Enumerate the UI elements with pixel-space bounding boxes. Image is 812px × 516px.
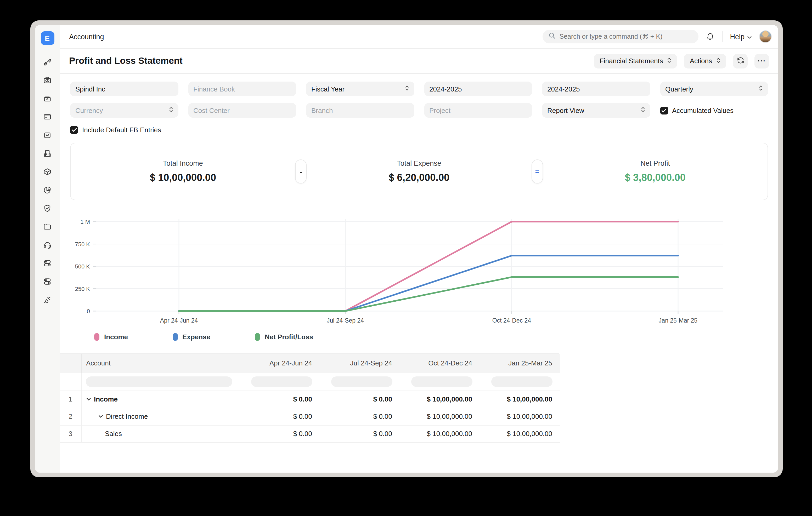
cost-center-input[interactable]	[193, 107, 291, 114]
shopping-bag-icon[interactable]	[43, 131, 52, 140]
report-group-label: Financial Statements	[600, 57, 663, 65]
project-field[interactable]	[424, 103, 532, 118]
svg-text:0: 0	[87, 308, 90, 314]
sidebar-icon-list	[43, 58, 52, 304]
account-filter-input[interactable]	[86, 376, 232, 387]
table-row-income[interactable]: 1 Income	[60, 391, 560, 408]
user-avatar[interactable]	[759, 30, 772, 43]
cash-drawer-icon[interactable]	[43, 94, 52, 103]
pl-chart-svg: 0250 K500 K750 K1 MApr 24-Jun 24Jul 24-S…	[70, 214, 768, 327]
search-field[interactable]	[559, 33, 693, 40]
topbar-divider	[722, 31, 723, 42]
total-expense-label: Total Expense	[397, 159, 441, 167]
currency-select[interactable]: Currency	[70, 103, 178, 118]
page-title: Profit and Loss Statement	[69, 55, 182, 66]
ellipsis-icon: ···	[758, 57, 766, 65]
svg-text:250 K: 250 K	[75, 286, 90, 292]
table-row-sales[interactable]: 3 Sales $ 0.00 $ 0.00 $ 10,00,000.00	[60, 425, 560, 442]
workspace-label: Accounting	[69, 33, 104, 40]
periodicity-value: Quarterly	[665, 85, 693, 93]
net-profit-value: $ 3,80,000.00	[625, 172, 686, 183]
total-expense-value: $ 6,20,000.00	[389, 172, 450, 183]
fiscal-year-value: Fiscal Year	[311, 85, 345, 93]
total-income-label: Total Income	[163, 159, 203, 167]
include-default-fb-label: Include Default FB Entries	[82, 126, 161, 134]
pie-chart-icon[interactable]	[43, 186, 52, 194]
notifications-bell-icon[interactable]	[706, 32, 715, 41]
more-menu-button[interactable]: ···	[754, 54, 769, 68]
from-fiscal-year-field[interactable]	[424, 82, 532, 96]
help-menu[interactable]: Help	[730, 33, 752, 40]
folder-icon[interactable]	[43, 222, 52, 231]
toggles-icon[interactable]	[43, 277, 52, 286]
total-income-stat: Total Income $ 10,00,000.00	[70, 159, 295, 183]
row-number-header	[60, 354, 81, 373]
app-logo-icon[interactable]: E	[40, 31, 54, 45]
q1-filter-input[interactable]	[251, 376, 312, 387]
package-icon[interactable]	[43, 167, 52, 176]
accumulated-values-option: Accumulated Values	[660, 103, 768, 118]
actions-dropdown[interactable]: Actions	[684, 54, 726, 68]
shield-check-icon[interactable]	[43, 204, 52, 213]
include-default-fb-option: Include Default FB Entries	[60, 118, 778, 134]
search-input[interactable]	[543, 30, 698, 43]
table-filter-row	[60, 373, 560, 391]
refresh-icon	[736, 56, 744, 66]
toggles-icon[interactable]	[43, 259, 52, 268]
finance-book-input[interactable]	[193, 85, 291, 93]
to-fiscal-year-input[interactable]	[547, 85, 645, 93]
svg-text:Jul 24-Sep 24: Jul 24-Sep 24	[327, 317, 364, 324]
svg-text:750 K: 750 K	[75, 241, 90, 247]
q3-header: Oct 24-Dec 24	[400, 354, 480, 373]
company-input[interactable]	[75, 85, 173, 93]
page-header: Profit and Loss Statement Financial Stat…	[60, 49, 778, 74]
legend-net-profit: Net Profit/Loss	[255, 333, 313, 341]
company-field[interactable]	[70, 82, 178, 96]
screen: E	[0, 0, 812, 516]
report-view-value: Report View	[547, 107, 584, 114]
from-fiscal-year-input[interactable]	[429, 85, 527, 93]
svg-text:Oct 24-Dec 24: Oct 24-Dec 24	[492, 317, 531, 324]
search-icon	[548, 32, 556, 41]
total-expense-stat: Total Expense $ 6,20,000.00	[307, 159, 531, 183]
cash-box-icon[interactable]	[43, 76, 52, 85]
minus-operator-pill: -	[295, 159, 307, 183]
legend-income-label: Income	[104, 333, 128, 341]
finance-book-field[interactable]	[188, 82, 296, 96]
tools-icon[interactable]	[43, 58, 52, 66]
report-group-dropdown[interactable]: Financial Statements	[594, 54, 677, 68]
account-header: Account	[81, 354, 240, 373]
refresh-button[interactable]	[733, 54, 748, 68]
updown-chevrons-icon	[169, 106, 173, 115]
periodicity-select[interactable]: Quarterly	[660, 82, 768, 96]
building-icon[interactable]	[43, 149, 52, 158]
collapse-chevron-icon[interactable]	[86, 396, 91, 402]
erp-app: E	[35, 25, 778, 473]
updown-chevrons-icon	[641, 106, 645, 115]
fiscal-year-select[interactable]: Fiscal Year	[306, 82, 414, 96]
credit-card-icon[interactable]	[43, 113, 52, 121]
accumulated-values-checkbox[interactable]	[660, 107, 668, 114]
updown-chevrons-icon	[716, 57, 720, 65]
headset-icon[interactable]	[43, 241, 52, 249]
q3-filter-input[interactable]	[411, 376, 472, 387]
branch-field[interactable]	[306, 103, 414, 118]
q2-filter-input[interactable]	[331, 376, 392, 387]
q4-filter-input[interactable]	[491, 376, 552, 387]
branch-input[interactable]	[311, 107, 409, 114]
profit-loss-chart: 0250 K500 K750 K1 MApr 24-Jun 24Jul 24-S…	[60, 200, 778, 341]
svg-text:500 K: 500 K	[75, 263, 90, 270]
report-view-select[interactable]: Report View	[542, 103, 650, 118]
q1-header: Apr 24-Jun 24	[240, 354, 320, 373]
currency-value: Currency	[75, 107, 103, 114]
include-default-fb-checkbox[interactable]	[70, 126, 78, 134]
table-row-direct-income[interactable]: 2 Direct Income	[60, 408, 560, 425]
project-input[interactable]	[429, 107, 527, 114]
svg-text:Jan 25-Mar 25: Jan 25-Mar 25	[659, 317, 697, 324]
updown-chevrons-icon	[405, 85, 409, 93]
collapse-chevron-icon[interactable]	[97, 414, 103, 419]
plug-icon[interactable]	[43, 295, 52, 304]
cost-center-field[interactable]	[188, 103, 296, 118]
to-fiscal-year-field[interactable]	[542, 82, 650, 96]
report-table: Account Apr 24-Jun 24 Jul 24-Sep 24 Oct …	[60, 354, 559, 443]
